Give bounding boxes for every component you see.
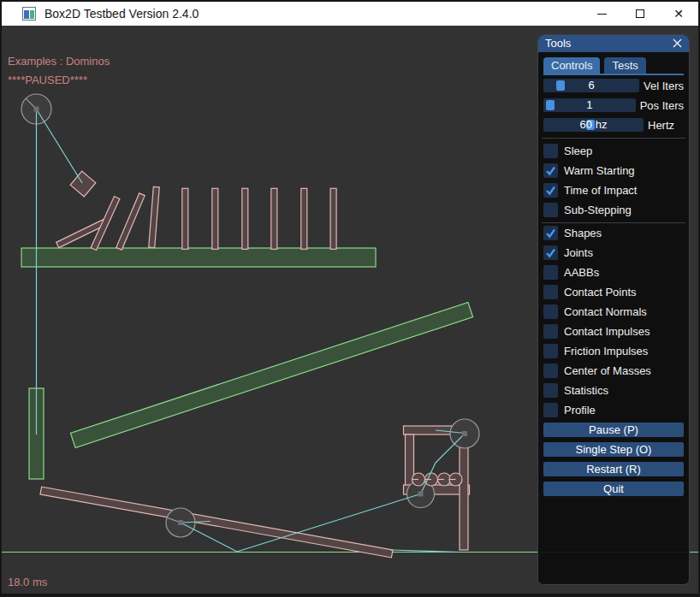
joint-segment — [37, 109, 83, 184]
close-icon: ✕ — [673, 8, 684, 20]
checkbox-statistics[interactable] — [543, 383, 558, 398]
maximize-button[interactable] — [627, 2, 653, 26]
check-icon — [544, 246, 557, 259]
check-icon — [544, 227, 557, 239]
window-titlebar[interactable]: Box2D Testbed Version 2.4.0 ✕ — [2, 2, 698, 26]
checkbox-contact-impulses[interactable] — [543, 324, 558, 339]
client-area: Examples : Dominos ****PAUSED**** 18.0 m… — [2, 26, 698, 594]
app-icon — [22, 7, 36, 21]
maximize-icon — [636, 9, 644, 18]
box2d-testbed-window: { "window": { "title": "Box2D Testbed Ve… — [0, 0, 700, 597]
slider-row-hertz: 60 hzHertz — [543, 118, 684, 132]
domino-upright[interactable] — [212, 188, 218, 249]
separator — [542, 222, 685, 223]
quit-button[interactable]: Quit — [543, 482, 684, 496]
tools-close-button[interactable] — [670, 36, 685, 50]
separator — [542, 138, 685, 139]
checkbox-row-contact-normals[interactable]: Contact Normals — [543, 304, 684, 319]
checkbox-center-of-masses[interactable] — [543, 364, 558, 378]
paused-label: ****PAUSED**** — [8, 74, 87, 86]
checkbox-profile[interactable] — [543, 403, 558, 417]
domino-shelf-static — [21, 248, 376, 267]
checkbox-sub-stepping[interactable] — [543, 203, 558, 217]
frame-time-label: 18.0 ms — [8, 576, 47, 588]
checkbox-label: Sleep — [564, 145, 592, 157]
checkbox-label: Profile — [564, 404, 596, 417]
slider-row-pos-iters: 1Pos Iters — [543, 98, 684, 112]
pendulum-square[interactable] — [70, 171, 96, 197]
domino-upright[interactable] — [242, 188, 248, 249]
checkbox-group-sim: SleepWarm StartingTime of ImpactSub-Step… — [543, 144, 684, 217]
checkbox-row-shapes[interactable]: Shapes — [543, 226, 684, 240]
checkbox-row-warm-starting[interactable]: Warm Starting — [543, 163, 684, 178]
tab-bar: ControlsTests — [543, 57, 684, 75]
checkbox-row-sleep[interactable]: Sleep — [543, 144, 684, 158]
tools-panel: Tools ControlsTests 6Vel Iters1Pos Iters… — [537, 34, 690, 585]
cradle-right-post[interactable] — [460, 434, 468, 550]
checkbox-shapes[interactable] — [543, 226, 558, 240]
tools-panel-content: ControlsTests 6Vel Iters1Pos Iters60 hzH… — [538, 57, 689, 496]
checkbox-row-time-of-impact[interactable]: Time of Impact — [543, 183, 684, 198]
slider-group: 6Vel Iters1Pos Iters60 hzHertz — [543, 79, 684, 132]
checkbox-label: Friction Impulses — [564, 345, 648, 358]
pause-p-button[interactable]: Pause (P) — [543, 423, 684, 437]
close-icon — [673, 38, 682, 48]
joint-anchor-point — [462, 431, 467, 436]
example-label: Examples : Dominos — [8, 55, 110, 68]
restart-r-button[interactable]: Restart (R) — [543, 462, 684, 476]
tools-panel-title: Tools — [545, 37, 571, 50]
slider-value: 60 hz — [543, 118, 644, 132]
checkbox-row-sub-stepping[interactable]: Sub-Stepping — [543, 203, 684, 217]
tools-panel-titlebar[interactable]: Tools — [538, 35, 689, 52]
checkbox-warm-starting[interactable] — [543, 163, 558, 178]
slider-vel-iters[interactable]: 6 — [543, 79, 639, 92]
checkbox-time-of-impact[interactable] — [543, 183, 558, 198]
domino-upright[interactable] — [271, 188, 277, 249]
slider-label: Vel Iters — [644, 80, 684, 92]
checkbox-row-statistics[interactable]: Statistics — [543, 383, 684, 398]
slider-value: 1 — [543, 98, 636, 112]
domino-tilting[interactable] — [149, 186, 160, 247]
checkbox-label: Contact Impulses — [564, 325, 650, 338]
joint-anchor-point — [178, 520, 183, 525]
single-step-o-button[interactable]: Single Step (O) — [543, 442, 684, 457]
checkbox-aabbs[interactable] — [543, 265, 558, 280]
button-group: Pause (P)Single Step (O)Restart (R)Quit — [543, 423, 684, 496]
joint-anchor-point — [418, 492, 424, 497]
checkbox-label: Contact Normals — [564, 305, 647, 318]
domino-fallen-3[interactable] — [116, 193, 145, 250]
checkbox-contact-points[interactable] — [543, 285, 558, 299]
checkbox-row-joints[interactable]: Joints — [543, 245, 684, 260]
check-icon — [544, 164, 557, 177]
domino-upright[interactable] — [182, 188, 188, 249]
checkbox-joints[interactable] — [543, 245, 558, 260]
checkbox-row-center-of-masses[interactable]: Center of Masses — [543, 364, 684, 378]
checkbox-friction-impulses[interactable] — [543, 344, 558, 358]
tab-tests[interactable]: Tests — [604, 57, 645, 74]
close-button[interactable]: ✕ — [666, 2, 691, 26]
checkbox-row-friction-impulses[interactable]: Friction Impulses — [543, 344, 684, 358]
domino-upright[interactable] — [301, 188, 307, 249]
checkbox-row-contact-impulses[interactable]: Contact Impulses — [543, 324, 684, 339]
checkbox-label: Joints — [564, 246, 593, 259]
domino-upright[interactable] — [330, 188, 336, 249]
seesaw-plank[interactable] — [40, 487, 393, 558]
tab-controls[interactable]: Controls — [543, 57, 600, 74]
checkbox-row-aabbs[interactable]: AABBs — [543, 265, 684, 280]
checkbox-row-contact-points[interactable]: Contact Points — [543, 285, 684, 299]
checkbox-label: Contact Points — [564, 286, 637, 298]
checkbox-contact-normals[interactable] — [543, 304, 558, 319]
minimize-button[interactable] — [589, 2, 614, 26]
checkbox-row-profile[interactable]: Profile — [543, 403, 684, 417]
checkbox-group-draw: ShapesJointsAABBsContact PointsContact N… — [543, 226, 684, 417]
slider-hertz[interactable]: 60 hz — [543, 118, 644, 132]
checkbox-label: Shapes — [564, 227, 602, 239]
slider-pos-iters[interactable]: 1 — [543, 98, 636, 112]
checkbox-label: Sub-Stepping — [564, 204, 632, 216]
check-icon — [544, 184, 557, 197]
checkbox-label: Statistics — [564, 384, 608, 397]
joint-anchor-point — [34, 107, 39, 112]
checkbox-sleep[interactable] — [543, 144, 558, 158]
slider-row-vel-iters: 6Vel Iters — [543, 79, 684, 92]
slider-value: 6 — [543, 79, 639, 92]
